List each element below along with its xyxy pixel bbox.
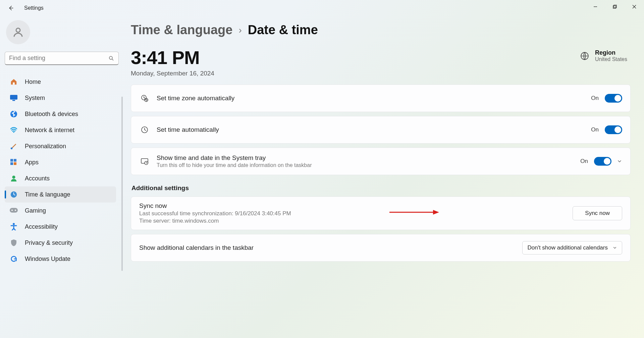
main-content: Time & language › Date & time 3:41 PM Mo…	[124, 16, 644, 338]
svg-rect-20	[10, 208, 18, 213]
timezone-icon	[139, 94, 150, 102]
window-controls	[586, 0, 644, 13]
search-icon	[108, 55, 114, 61]
sync-server: Time server: time.windows.com	[139, 218, 573, 224]
expand-button[interactable]	[617, 159, 622, 164]
wifi-icon	[9, 126, 18, 134]
current-time: 3:41 PM	[131, 47, 214, 68]
maximize-icon	[613, 5, 617, 9]
system-icon	[9, 94, 18, 102]
accessibility-icon	[9, 222, 18, 231]
sidebar-item-accessibility[interactable]: Accessibility	[5, 219, 116, 235]
search-box[interactable]	[5, 52, 119, 65]
taskbar-clock-icon	[139, 157, 150, 165]
person-icon	[12, 26, 24, 38]
bluetooth-icon	[9, 110, 18, 118]
arrow-left-icon	[8, 5, 14, 11]
region-value: United States	[595, 56, 627, 62]
nav-label: Home	[25, 78, 41, 86]
svg-rect-8	[13, 82, 15, 84]
breadcrumb-parent[interactable]: Time & language	[131, 23, 232, 37]
sidebar-item-apps[interactable]: Apps	[5, 154, 116, 170]
svg-rect-10	[12, 100, 15, 101]
sync-last: Last successful time synchronization: 9/…	[139, 210, 573, 217]
timezone-auto-toggle[interactable]	[605, 94, 622, 103]
minimize-icon	[593, 5, 597, 9]
svg-point-18	[12, 176, 15, 179]
setting-additional-calendars: Show additional calendars in the taskbar…	[131, 234, 631, 262]
svg-point-21	[11, 210, 13, 211]
svg-line-7	[112, 59, 113, 60]
setting-subtitle: Turn this off to hide your time and date…	[157, 162, 580, 168]
dropdown-value: Don't show additional calendars	[527, 244, 608, 251]
svg-rect-14	[10, 159, 13, 162]
nav-label: Accounts	[25, 175, 50, 182]
home-icon	[9, 77, 18, 86]
setting-time-auto: Set time automatically On	[131, 116, 631, 144]
sidebar-item-bluetooth[interactable]: Bluetooth & devices	[5, 106, 116, 122]
current-date: Monday, September 16, 2024	[131, 70, 214, 77]
accounts-icon	[9, 174, 18, 183]
sidebar: Home System Bluetooth & devices Network …	[0, 16, 124, 338]
sidebar-item-privacy[interactable]: Privacy & security	[5, 235, 116, 251]
sidebar-item-personalization[interactable]: Personalization	[5, 138, 116, 154]
window-title: Settings	[24, 5, 44, 11]
setting-title: Show time and date in the System tray	[157, 154, 580, 162]
sidebar-item-gaming[interactable]: Gaming	[5, 203, 116, 219]
breadcrumb: Time & language › Date & time	[131, 23, 631, 37]
sidebar-item-home[interactable]: Home	[5, 74, 116, 90]
nav-label: Windows Update	[25, 256, 70, 263]
back-button[interactable]	[4, 1, 17, 15]
sync-now-button[interactable]: Sync now	[573, 206, 622, 220]
toggle-status: On	[580, 158, 588, 165]
clock-display: 3:41 PM Monday, September 16, 2024	[131, 47, 214, 77]
setting-sync-now: Sync now Last successful time synchroniz…	[131, 196, 631, 230]
nav-list: Home System Bluetooth & devices Network …	[5, 74, 119, 267]
time-auto-toggle[interactable]	[605, 125, 622, 134]
close-icon	[632, 5, 636, 9]
svg-rect-17	[14, 162, 16, 165]
toggle-status: On	[591, 95, 599, 102]
globe-icon	[580, 52, 589, 60]
avatar[interactable]	[6, 20, 30, 44]
nav-label: Bluetooth & devices	[25, 111, 78, 118]
nav-label: Privacy & security	[25, 239, 73, 246]
tray-toggle[interactable]	[594, 157, 611, 166]
nav-label: Network & internet	[25, 127, 74, 134]
sidebar-item-update[interactable]: Windows Update	[5, 251, 116, 267]
svg-point-22	[15, 210, 16, 211]
nav-label: Apps	[25, 159, 39, 166]
region-label: Region	[595, 49, 627, 56]
setting-title: Set time zone automatically	[157, 95, 591, 102]
search-input[interactable]	[9, 55, 108, 62]
sidebar-item-accounts[interactable]: Accounts	[5, 170, 116, 186]
svg-rect-2	[613, 6, 616, 8]
setting-system-tray: Show time and date in the System tray Tu…	[131, 148, 631, 175]
svg-point-23	[13, 223, 15, 225]
nav-label: Time & language	[25, 191, 70, 198]
sidebar-scrollbar[interactable]	[121, 97, 123, 271]
clock-globe-icon	[9, 190, 18, 199]
chevron-down-icon	[617, 159, 622, 164]
sidebar-item-time-language[interactable]: Time & language	[5, 186, 116, 203]
shield-icon	[9, 238, 18, 247]
minimize-button[interactable]	[586, 0, 605, 13]
setting-timezone-auto: Set time zone automatically On	[131, 84, 631, 112]
page-title: Date & time	[248, 23, 318, 37]
toggle-status: On	[591, 126, 599, 133]
sidebar-item-system[interactable]: System	[5, 90, 116, 106]
nav-label: Accessibility	[25, 223, 58, 230]
svg-point-6	[109, 56, 112, 59]
svg-rect-9	[10, 95, 17, 100]
maximize-button[interactable]	[605, 0, 625, 13]
section-heading: Additional settings	[131, 184, 631, 192]
close-button[interactable]	[625, 0, 644, 13]
nav-label: System	[25, 95, 45, 102]
svg-rect-16	[10, 162, 13, 165]
setting-title: Show additional calendars in the taskbar	[139, 244, 522, 251]
svg-rect-15	[14, 159, 16, 162]
svg-point-5	[16, 28, 20, 32]
sidebar-item-network[interactable]: Network & internet	[5, 122, 116, 138]
calendars-dropdown[interactable]: Don't show additional calendars	[522, 241, 622, 255]
svg-point-13	[11, 148, 12, 150]
